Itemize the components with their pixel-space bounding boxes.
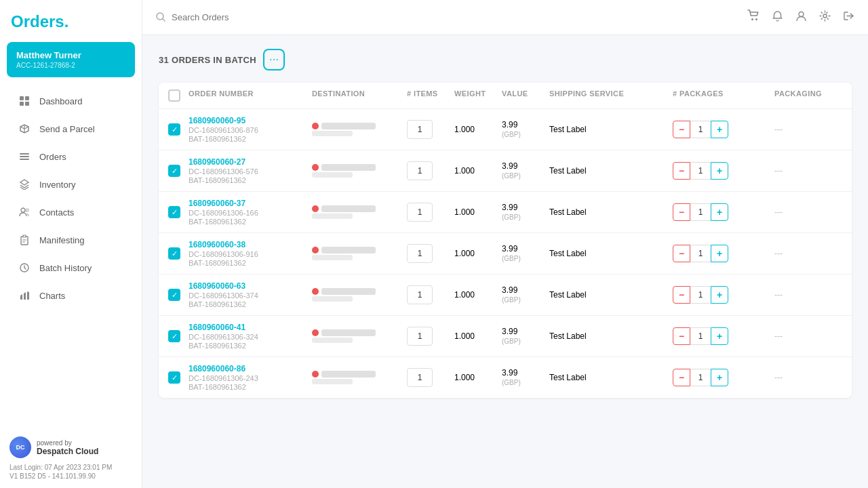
app-logo: Orders. <box>0 0 142 38</box>
dest-addr-blur <box>312 214 353 219</box>
packages-decrement-button[interactable]: − <box>673 369 690 386</box>
col-weight: Weight <box>454 89 502 102</box>
packages-increment-button[interactable]: + <box>711 369 728 386</box>
packages-increment-button[interactable]: + <box>711 286 728 304</box>
bat-ref: BAT-1680961362 <box>189 300 312 308</box>
table-row: ✓ 1680960060-37 DC-1680961306-166 BAT-16… <box>159 192 852 233</box>
order-number-link[interactable]: 1680960060-86 <box>189 364 312 373</box>
packages-decrement-button[interactable]: − <box>673 245 690 262</box>
logo-dot: . <box>64 12 69 30</box>
checkbox-checked[interactable]: ✓ <box>168 247 180 260</box>
dest-addr-blur <box>312 338 353 343</box>
packages-cell: − 1 + <box>673 369 774 386</box>
sidebar-item-batch-history[interactable]: Batch History <box>5 254 136 281</box>
sidebar-item-send-parcel[interactable]: Send a Parcel <box>5 115 136 142</box>
user-icon[interactable] <box>795 10 807 25</box>
packages-decrement-button[interactable]: − <box>673 162 690 180</box>
packaging-cell: --- <box>774 331 842 341</box>
sidebar-nav: Dashboard Send a Parcel Orders Inventory… <box>0 87 142 310</box>
packages-increment-button[interactable]: + <box>711 245 728 262</box>
packages-increment-button[interactable]: + <box>711 162 728 180</box>
items-input[interactable] <box>407 203 433 222</box>
order-number-link[interactable]: 1680960060-41 <box>189 323 312 332</box>
table-row: ✓ 1680960060-27 DC-1680961306-576 BAT-16… <box>159 150 852 192</box>
packages-decrement-button[interactable]: − <box>673 286 690 304</box>
sidebar-footer: DC powered by Despatch Cloud Last Login:… <box>0 427 142 488</box>
user-card[interactable]: Matthew Turner ACC-1261-27868-2 <box>7 42 135 77</box>
row-checkbox[interactable]: ✓ <box>168 247 189 260</box>
order-info: 1680960060-86 DC-1680961306-243 BAT-1680… <box>189 364 312 391</box>
sidebar-item-charts[interactable]: Charts <box>5 282 136 309</box>
search-wrap <box>156 12 739 22</box>
packages-increment-button[interactable]: + <box>711 327 728 345</box>
grid-icon <box>18 94 31 108</box>
dest-flag <box>312 329 319 336</box>
bell-icon[interactable] <box>772 10 783 25</box>
cart-icon[interactable] <box>747 9 760 25</box>
checkbox-checked[interactable]: ✓ <box>168 330 180 342</box>
batch-header: 31 ORDERS IN BATCH ⋯ <box>159 49 852 70</box>
packages-value: 1 <box>690 162 711 180</box>
checkbox-checked[interactable]: ✓ <box>168 165 180 177</box>
items-input[interactable] <box>407 327 433 346</box>
sidebar-item-contacts[interactable]: Contacts <box>5 199 136 226</box>
batch-count: 31 ORDERS IN BATCH <box>159 55 256 65</box>
checkbox-checked[interactable]: ✓ <box>168 206 180 218</box>
row-checkbox[interactable]: ✓ <box>168 289 189 301</box>
order-number-link[interactable]: 1680960060-95 <box>189 116 312 125</box>
table-row: ✓ 1680960060-38 DC-1680961306-916 BAT-16… <box>159 233 852 274</box>
settings-icon[interactable] <box>819 10 831 25</box>
logout-icon[interactable] <box>843 10 854 25</box>
service-cell: Test Label <box>549 249 673 258</box>
row-checkbox[interactable]: ✓ <box>168 123 189 136</box>
dest-name-blur <box>321 164 376 171</box>
packages-increment-button[interactable]: + <box>711 121 728 138</box>
select-all-checkbox[interactable] <box>168 89 180 102</box>
destination-cell <box>312 205 407 219</box>
packages-decrement-button[interactable]: − <box>673 121 690 138</box>
order-number-link[interactable]: 1680960060-38 <box>189 240 312 249</box>
row-checkbox[interactable]: ✓ <box>168 330 189 342</box>
search-input[interactable] <box>172 12 321 22</box>
col-value: Value <box>502 89 549 102</box>
items-cell <box>407 327 454 346</box>
topbar-icons <box>747 9 854 25</box>
items-input[interactable] <box>407 368 433 387</box>
items-input[interactable] <box>407 285 433 304</box>
sidebar-item-inventory[interactable]: Inventory <box>5 171 136 198</box>
packages-increment-button[interactable]: + <box>711 203 728 221</box>
batch-menu-button[interactable]: ⋯ <box>263 49 285 70</box>
order-number-link[interactable]: 1680960060-63 <box>189 281 312 291</box>
service-cell: Test Label <box>549 373 673 382</box>
row-checkbox[interactable]: ✓ <box>168 165 189 177</box>
checkbox-checked[interactable]: ✓ <box>168 123 180 136</box>
svg-point-15 <box>823 14 827 18</box>
bat-ref: BAT-1680961362 <box>189 135 312 143</box>
service-cell: Test Label <box>549 290 673 300</box>
col-check[interactable] <box>168 89 189 102</box>
dest-flag <box>312 123 319 129</box>
row-checkbox[interactable]: ✓ <box>168 371 189 384</box>
order-number-link[interactable]: 1680960060-27 <box>189 157 312 167</box>
svg-rect-9 <box>21 237 28 245</box>
bat-ref: BAT-1680961362 <box>189 342 312 350</box>
packages-decrement-button[interactable]: − <box>673 327 690 345</box>
sidebar-item-dashboard[interactable]: Dashboard <box>5 87 136 115</box>
packages-value: 1 <box>690 286 711 304</box>
weight-cell: 1.000 <box>454 207 502 217</box>
checkbox-checked[interactable]: ✓ <box>168 289 180 301</box>
order-number-link[interactable]: 1680960060-37 <box>189 199 312 208</box>
items-input[interactable] <box>407 120 433 139</box>
items-input[interactable] <box>407 161 433 180</box>
dest-flag <box>312 164 319 171</box>
packages-decrement-button[interactable]: − <box>673 203 690 221</box>
items-input[interactable] <box>407 244 433 263</box>
sidebar-item-batch-history-label: Batch History <box>39 263 92 273</box>
packaging-cell: --- <box>774 249 842 258</box>
dest-addr-blur <box>312 379 353 384</box>
sidebar-item-inventory-label: Inventory <box>39 180 75 190</box>
checkbox-checked[interactable]: ✓ <box>168 371 180 384</box>
sidebar-item-orders[interactable]: Orders <box>5 143 136 170</box>
sidebar-item-manifesting[interactable]: Manifesting <box>5 226 136 253</box>
row-checkbox[interactable]: ✓ <box>168 206 189 218</box>
